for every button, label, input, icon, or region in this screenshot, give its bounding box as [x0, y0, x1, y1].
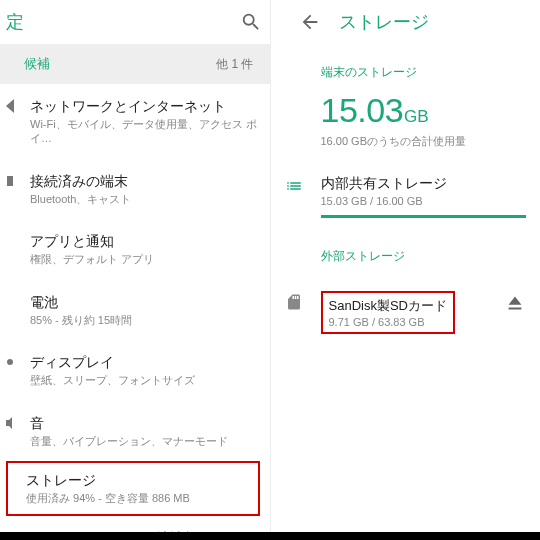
search-icon[interactable] — [240, 11, 262, 33]
external-storage-item[interactable]: SanDisk製SDカード 9.71 GB / 63.83 GB — [285, 291, 527, 334]
internal-sub: 15.03 GB / 16.00 GB — [321, 195, 527, 207]
svg-rect-1 — [7, 176, 13, 186]
settings-title-partial: 定 — [6, 10, 24, 34]
sd-card-icon — [285, 291, 321, 311]
storage-title: ストレージ — [339, 10, 429, 34]
item-sub: 壁紙、スリープ、フォントサイズ — [30, 373, 258, 387]
external-title: SanDisk製SDカード — [329, 297, 447, 315]
storage-icon — [285, 175, 321, 195]
eject-icon[interactable] — [504, 291, 526, 313]
suggestion-label: 候補 — [24, 55, 50, 73]
settings-item-battery[interactable]: 電池 85% - 残り約 15時間 — [0, 280, 270, 340]
settings-pane: 定 候補 他 1 件 ネットワークとインターネット Wi-Fi、モバイル、データ… — [0, 0, 271, 540]
storage-total-value: 15.03 — [321, 91, 404, 129]
settings-item-storage[interactable]: ストレージ 使用済み 94% - 空き容量 886 MB — [6, 461, 260, 515]
item-title: ディスプレイ — [30, 353, 258, 371]
device-storage-label: 端末のストレージ — [321, 64, 527, 81]
item-title: 電池 — [30, 293, 258, 311]
external-storage-label: 外部ストレージ — [321, 248, 527, 265]
storage-total-sub: 16.00 GBのうちの合計使用量 — [321, 134, 527, 149]
settings-item-display[interactable]: ディスプレイ 壁紙、スリープ、フォントサイズ — [0, 340, 270, 400]
item-title: 音 — [30, 414, 258, 432]
suggestion-more: 他 1 件 — [216, 56, 253, 73]
item-title: 接続済みの端末 — [30, 172, 258, 190]
internal-storage-item[interactable]: 内部共有ストレージ 15.03 GB / 16.00 GB — [285, 175, 527, 218]
item-sub: 使用済み 94% - 空き容量 886 MB — [26, 491, 252, 505]
item-title: アプリと通知 — [30, 232, 258, 250]
item-sub: Wi-Fi、モバイル、データ使用量、アクセス ポイ… — [30, 117, 258, 146]
external-highlight-box: SanDisk製SDカード 9.71 GB / 63.83 GB — [321, 291, 455, 334]
item-title: ネットワークとインターネット — [30, 97, 258, 115]
settings-item-network[interactable]: ネットワークとインターネット Wi-Fi、モバイル、データ使用量、アクセス ポイ… — [0, 84, 270, 159]
external-sub: 9.71 GB / 63.83 GB — [329, 316, 447, 328]
settings-list: ネットワークとインターネット Wi-Fi、モバイル、データ使用量、アクセス ポイ… — [0, 84, 270, 540]
svg-marker-0 — [6, 99, 14, 113]
internal-title: 内部共有ストレージ — [321, 175, 527, 193]
internal-progress-bar — [321, 215, 527, 218]
svg-marker-3 — [6, 417, 12, 429]
storage-pane: ストレージ 端末のストレージ 15.03GB 16.00 GBのうちの合計使用量… — [271, 0, 541, 540]
back-icon[interactable] — [299, 11, 321, 33]
left-topbar: 定 — [0, 0, 270, 44]
item-sub: 権限、デフォルト アプリ — [30, 252, 258, 266]
item-sub: Bluetooth、キャスト — [30, 192, 258, 206]
settings-item-apps[interactable]: アプリと通知 権限、デフォルト アプリ — [0, 219, 270, 279]
storage-total: 15.03GB — [321, 91, 527, 130]
item-sub: 音量、バイブレーション、マナーモード — [30, 434, 258, 448]
svg-point-2 — [7, 359, 13, 365]
settings-item-connected[interactable]: 接続済みの端末 Bluetooth、キャスト — [0, 159, 270, 219]
right-topbar: ストレージ — [271, 0, 541, 44]
item-sub: 85% - 残り約 15時間 — [30, 313, 258, 327]
storage-total-unit: GB — [404, 107, 429, 126]
suggestion-bar[interactable]: 候補 他 1 件 — [0, 44, 270, 84]
bottom-strip — [0, 532, 540, 540]
item-title: ストレージ — [26, 471, 252, 489]
settings-item-sound[interactable]: 音 音量、バイブレーション、マナーモード — [0, 401, 270, 461]
